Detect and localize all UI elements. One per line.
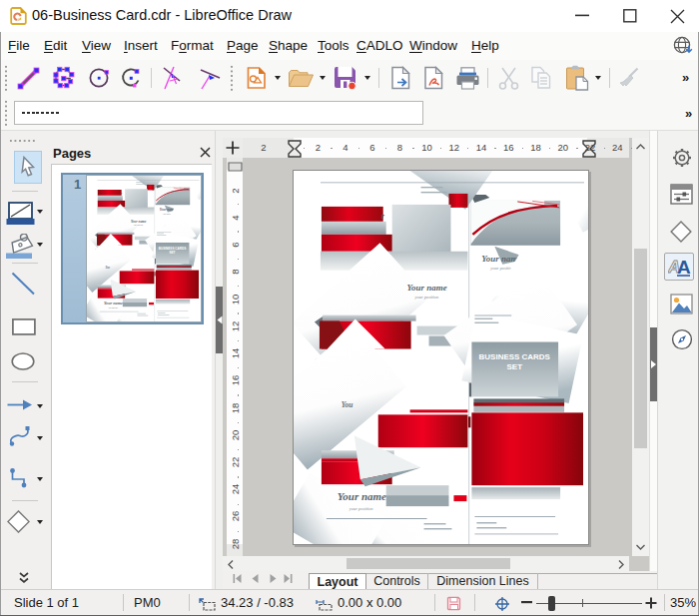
svg-text:A: A: [677, 257, 691, 277]
